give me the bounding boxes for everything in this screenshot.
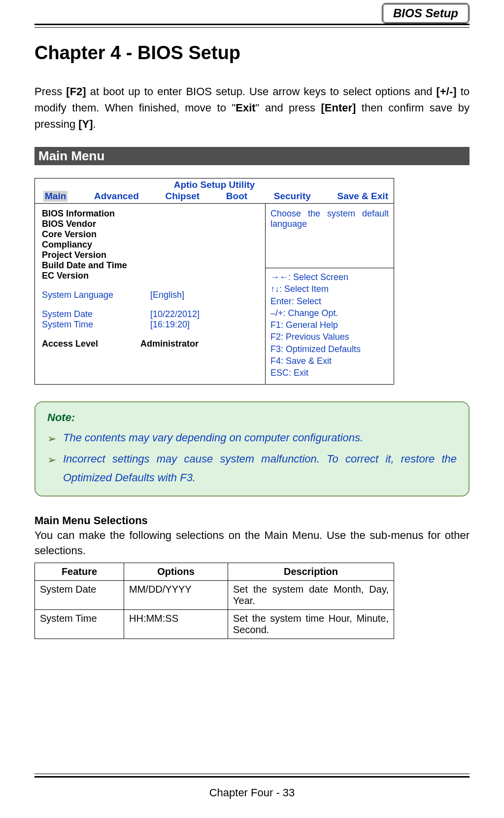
- tab-main[interactable]: Main: [43, 191, 67, 202]
- intro-paragraph: Press [F2] at boot up to enter BIOS setu…: [34, 83, 470, 132]
- tab-security[interactable]: Security: [274, 191, 311, 202]
- cell-options: MM/DD/YYYY: [124, 580, 228, 609]
- cell-description: Set the system date Month, Day, Year.: [228, 580, 394, 609]
- system-date-value[interactable]: [10/22/2012]: [150, 309, 200, 320]
- text: " and press: [256, 102, 321, 114]
- bios-right-pane: Choose the system default language →←: S…: [266, 204, 394, 385]
- table-row: System Time HH:MM:SS Set the system time…: [35, 609, 394, 639]
- cell-options: HH:MM:SS: [124, 609, 228, 639]
- compliancy-label: Compliancy: [42, 240, 258, 250]
- selections-table: Feature Options Description System Date …: [34, 563, 394, 639]
- tab-chipset[interactable]: Chipset: [165, 191, 200, 202]
- header-rule: [34, 24, 470, 28]
- key-f2-prev: F2: Previous Values: [270, 331, 389, 343]
- bios-panel: Aptio Setup Utility Main Advanced Chipse…: [34, 178, 394, 385]
- chapter-title: Chapter 4 - BIOS Setup: [34, 42, 470, 64]
- key-plusminus: [+/-]: [437, 85, 457, 98]
- cell-feature: System Date: [35, 580, 124, 609]
- system-time-value[interactable]: [16:19:20]: [150, 320, 190, 330]
- note-bullet-2: Incorrect settings may cause system malf…: [63, 450, 457, 487]
- bios-tabs-row: Main Advanced Chipset Boot Security Save…: [35, 190, 394, 204]
- key-y: [Y]: [78, 118, 93, 130]
- key-enter: [Enter]: [321, 102, 356, 114]
- header-badge: BIOS Setup: [382, 3, 470, 24]
- tab-advanced[interactable]: Advanced: [94, 191, 139, 202]
- key-enter-select: Enter: Select: [270, 295, 389, 307]
- note-label: Note:: [47, 408, 457, 427]
- key-f3-defaults: F3: Optimized Defaults: [270, 343, 389, 355]
- text: .: [93, 118, 96, 130]
- bullet-icon: ➢: [47, 451, 56, 469]
- section-main-menu: Main Menu: [34, 147, 470, 165]
- system-language-label[interactable]: System Language: [42, 290, 150, 300]
- bios-left-pane: BIOS Information BIOS Vendor Core Versio…: [35, 204, 266, 385]
- note-bullet-1: The contents may vary depending on compu…: [63, 428, 363, 447]
- system-language-value[interactable]: [English]: [150, 290, 184, 300]
- col-options: Options: [124, 563, 228, 580]
- access-level-value: Administrator: [140, 339, 199, 349]
- key-f1-help: F1: General Help: [270, 319, 389, 331]
- text: Press: [34, 85, 66, 98]
- key-select-screen: →←: Select Screen: [270, 271, 389, 283]
- page-footer: Chapter Four - 33: [34, 774, 470, 799]
- core-version-label: Core Version: [42, 229, 258, 240]
- key-f4-save: F4: Save & Exit: [270, 355, 389, 367]
- text: at boot up to enter BIOS setup. Use arro…: [86, 85, 437, 98]
- bios-vendor-label: BIOS Vendor: [42, 219, 258, 229]
- tab-boot[interactable]: Boot: [226, 191, 247, 202]
- selections-heading: Main Menu Selections: [34, 514, 470, 527]
- system-time-label[interactable]: System Time: [42, 320, 150, 330]
- footer-text: Chapter Four - 33: [34, 786, 470, 799]
- access-level-label: Access Level: [42, 339, 140, 349]
- tab-save-exit[interactable]: Save & Exit: [337, 191, 388, 202]
- cell-description: Set the system time Hour, Minute, Second…: [228, 609, 394, 639]
- build-date-label: Build Date and Time: [42, 260, 258, 271]
- cell-feature: System Time: [35, 609, 124, 639]
- bios-utility-title: Aptio Setup Utility: [35, 178, 394, 191]
- bios-key-legend: →←: Select Screen ↑↓: Select Item Enter:…: [266, 268, 394, 384]
- selections-lead: You can make the following selections on…: [34, 528, 470, 559]
- project-version-label: Project Version: [42, 250, 258, 260]
- note-box: Note: ➢ The contents may vary depending …: [34, 401, 470, 497]
- bios-info-header: BIOS Information: [42, 209, 258, 219]
- key-change-opt: –/+: Change Opt.: [270, 307, 389, 319]
- page-header: BIOS Setup: [34, 0, 470, 28]
- ec-version-label: EC Version: [42, 271, 258, 281]
- key-esc-exit: ESC: Exit: [270, 367, 389, 379]
- key-select-item: ↑↓: Select Item: [270, 283, 389, 295]
- bullet-icon: ➢: [47, 429, 56, 448]
- col-description: Description: [228, 563, 394, 580]
- system-date-label[interactable]: System Date: [42, 309, 150, 320]
- footer-rule: [34, 774, 470, 778]
- exit-word: Exit: [235, 102, 255, 114]
- bios-help-text: Choose the system default language: [266, 204, 394, 268]
- col-feature: Feature: [35, 563, 124, 580]
- key-f2: [F2]: [66, 85, 86, 98]
- table-row: System Date MM/DD/YYYY Set the system da…: [35, 580, 394, 609]
